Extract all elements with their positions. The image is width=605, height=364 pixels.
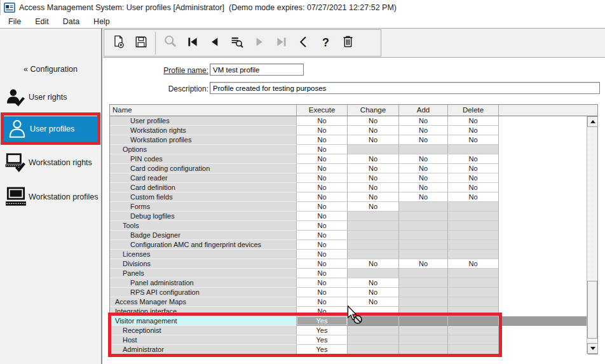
cell-add[interactable]: No [399,183,448,192]
cell-change[interactable]: No [348,192,399,202]
table-row[interactable]: Panel administrationNoNo [110,278,588,288]
description-input[interactable] [210,82,600,94]
cell-execute[interactable]: No [297,116,348,126]
row-name-cell[interactable]: Panels [110,269,297,278]
table-row[interactable]: Card definitionNoNoNoNo [110,183,588,192]
table-row[interactable]: Workstation rightsNoNoNoNo [110,126,588,135]
cell-execute[interactable]: No [297,135,348,145]
table-row[interactable]: FormsNoNo [110,202,588,212]
cell-delete[interactable]: No [448,192,499,202]
cell-add[interactable] [399,202,448,212]
cell-delete[interactable] [448,278,499,288]
cell-add[interactable]: No [399,135,448,145]
cell-execute[interactable]: No [297,240,348,250]
first-record-button[interactable] [182,32,203,54]
cell-execute[interactable]: No [297,297,348,307]
cell-execute[interactable]: No [297,154,348,164]
row-name-cell[interactable]: Card definition [110,183,297,192]
cell-execute[interactable]: No [297,212,348,221]
cell-execute[interactable]: Yes [297,316,348,326]
table-row[interactable]: DivisionsNoNoNoNo [110,259,588,269]
cell-delete[interactable] [448,316,499,326]
cell-execute[interactable]: No [297,126,348,135]
cell-change[interactable] [348,307,399,316]
cell-change[interactable] [348,335,399,345]
sidebar-item-user-profiles[interactable]: User profiles [3,116,99,142]
cell-delete[interactable]: No [448,116,499,126]
cell-delete[interactable]: No [448,164,499,173]
menu-file[interactable]: File [1,16,28,28]
cell-add[interactable]: No [399,116,448,126]
row-name-cell[interactable]: Divisions [110,259,297,269]
sidebar-item-workstation-rights[interactable]: Workstation rights [3,147,99,179]
cell-change[interactable] [348,269,399,278]
cell-delete[interactable] [448,231,499,240]
row-name-cell[interactable]: Custom fields [110,192,297,202]
row-name-cell[interactable]: Options [110,145,297,154]
cell-execute[interactable]: No [297,221,348,231]
cell-add[interactable]: No [399,192,448,202]
previous-record-button[interactable] [204,32,225,54]
cell-add[interactable] [399,145,448,154]
cell-change[interactable]: No [348,126,399,135]
cell-add[interactable] [399,212,448,221]
cell-execute[interactable]: No [297,145,348,154]
row-name-cell[interactable]: User profiles [110,116,297,126]
cell-change[interactable] [348,212,399,221]
table-row[interactable]: PIN codesNoNoNoNo [110,154,588,164]
row-name-cell[interactable]: Licenses [110,250,297,259]
cell-change[interactable]: No [348,278,399,288]
table-row[interactable]: Configuration AMC and fingerprint device… [110,240,588,250]
row-name-cell[interactable]: Administrator [110,345,297,354]
cell-execute[interactable]: Yes [297,326,348,335]
cell-change[interactable]: No [348,297,399,307]
row-name-cell[interactable]: Receptionist [110,326,297,335]
table-row[interactable]: OptionsNo [110,145,588,154]
cell-change[interactable] [348,250,399,259]
row-name-cell[interactable]: Configuration AMC and fingerprint device… [110,240,297,250]
cell-execute[interactable]: No [297,231,348,240]
menu-edit[interactable]: Edit [28,16,56,28]
sidebar-item-user-rights[interactable]: User rights [3,82,99,112]
cell-execute[interactable]: No [297,288,348,297]
cell-change[interactable]: No [348,288,399,297]
scroll-up-button[interactable] [587,116,598,127]
table-row[interactable]: Card coding configurationNoNoNoNo [110,164,588,173]
cell-add[interactable] [399,345,448,354]
cell-add[interactable]: No [399,164,448,173]
row-name-cell[interactable]: Visitor management [110,316,297,326]
cell-delete[interactable]: No [448,259,499,269]
cell-delete[interactable] [448,250,499,259]
help-button[interactable]: ? [315,32,336,54]
table-row[interactable]: ToolsNo [110,221,588,231]
cell-change[interactable]: No [348,135,399,145]
table-row[interactable]: Integration interfaceNo [110,307,588,316]
menu-data[interactable]: Data [56,16,86,28]
table-row[interactable]: Visitor managementYes [110,316,588,326]
cell-change[interactable]: No [348,164,399,173]
row-name-cell[interactable]: PIN codes [110,154,297,164]
search-list-button[interactable] [226,32,247,54]
cell-change[interactable]: No [348,259,399,269]
cell-execute[interactable]: No [297,183,348,192]
cell-delete[interactable] [448,212,499,221]
column-header-execute[interactable]: Execute [297,105,348,116]
save-button[interactable] [130,32,151,54]
cell-execute[interactable]: No [297,278,348,288]
table-row[interactable]: ReceptionistYes [110,326,588,335]
cell-delete[interactable] [448,307,499,316]
cell-change[interactable]: No [348,173,399,183]
cell-add[interactable] [399,250,448,259]
column-header-delete[interactable]: Delete [448,105,499,116]
cell-add[interactable] [399,307,448,316]
cell-execute[interactable]: Yes [297,335,348,345]
table-row[interactable]: Card readerNoNoNoNo [110,173,588,183]
back-button[interactable] [293,32,314,54]
cell-delete[interactable] [448,221,499,231]
cell-change[interactable] [348,231,399,240]
cell-delete[interactable]: No [448,135,499,145]
cell-add[interactable]: No [399,173,448,183]
column-header-name[interactable]: Name [110,105,297,116]
cell-add[interactable] [399,278,448,288]
cell-change[interactable] [348,326,399,335]
